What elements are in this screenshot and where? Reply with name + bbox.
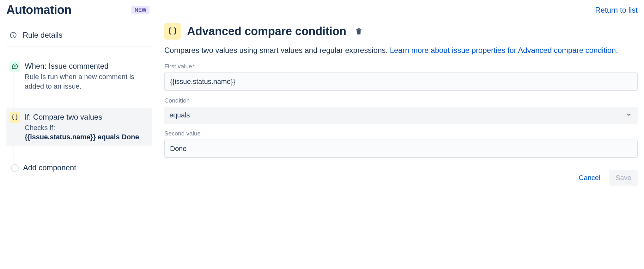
delete-button[interactable]: [353, 25, 365, 37]
layout: Rule details When: Issue commented Rule …: [6, 23, 638, 186]
return-to-list-link[interactable]: Return to list: [595, 6, 638, 15]
desc-text: Compares two values using smart values a…: [164, 46, 390, 54]
second-value-field: Second value: [164, 130, 638, 158]
rule-details-label: Rule details: [23, 31, 62, 40]
condition-select-wrap: equals: [164, 107, 638, 124]
trash-icon: [355, 27, 363, 35]
rule-details-item[interactable]: Rule details: [6, 26, 152, 47]
add-component-label: Add component: [23, 163, 149, 172]
condition-desc-value: {{issue.status.name}} equals Done: [25, 133, 139, 141]
svg-point-2: [13, 34, 14, 34]
main-header: Advanced compare condition: [164, 23, 638, 40]
new-badge: NEW: [131, 6, 149, 14]
page-header: Automation NEW Return to list: [6, 0, 638, 23]
braces-icon: [9, 112, 20, 123]
save-button[interactable]: Save: [609, 170, 638, 186]
trigger-desc: Rule is run when a new comment is added …: [25, 72, 149, 91]
add-component-step[interactable]: Add component: [6, 158, 152, 177]
add-circle-icon: [11, 164, 19, 172]
info-icon: [9, 31, 17, 39]
condition-label: Condition: [164, 97, 638, 104]
main-title: Advanced compare condition: [187, 25, 346, 38]
learn-more-link[interactable]: Learn more about issue properties for Ad…: [390, 46, 618, 54]
cancel-button[interactable]: Cancel: [572, 170, 606, 186]
condition-step[interactable]: If: Compare two values Checks if: {{issu…: [6, 108, 152, 147]
comment-icon: [9, 61, 20, 72]
main-description: Compares two values using smart values a…: [164, 45, 638, 56]
page-title: Automation: [6, 3, 71, 17]
first-value-field: First value*: [164, 63, 638, 91]
trigger-title: When: Issue commented: [25, 61, 149, 71]
condition-desc: Checks if: {{issue.status.name}} equals …: [25, 123, 149, 142]
required-asterisk: *: [193, 63, 195, 70]
condition-title: If: Compare two values: [25, 112, 149, 122]
second-value-label: Second value: [164, 130, 638, 137]
first-value-label: First value*: [164, 63, 638, 70]
trigger-body: When: Issue commented Rule is run when a…: [25, 61, 149, 91]
rule-timeline: When: Issue commented Rule is run when a…: [6, 57, 152, 177]
braces-icon: [164, 23, 181, 40]
footer-actions: Cancel Save: [164, 170, 638, 186]
condition-field: Condition equals: [164, 97, 638, 124]
condition-body: If: Compare two values Checks if: {{issu…: [25, 112, 149, 142]
first-value-label-text: First value: [164, 63, 192, 70]
first-value-input[interactable]: [164, 72, 638, 91]
second-value-input[interactable]: [164, 140, 638, 158]
add-body: Add component: [23, 163, 149, 172]
main-panel: Advanced compare condition Compares two …: [152, 23, 638, 186]
trigger-step[interactable]: When: Issue commented Rule is run when a…: [6, 57, 152, 96]
sidebar: Rule details When: Issue commented Rule …: [6, 23, 152, 186]
condition-select[interactable]: equals: [164, 107, 638, 124]
header-left: Automation NEW: [6, 3, 149, 17]
condition-desc-prefix: Checks if:: [25, 124, 55, 132]
